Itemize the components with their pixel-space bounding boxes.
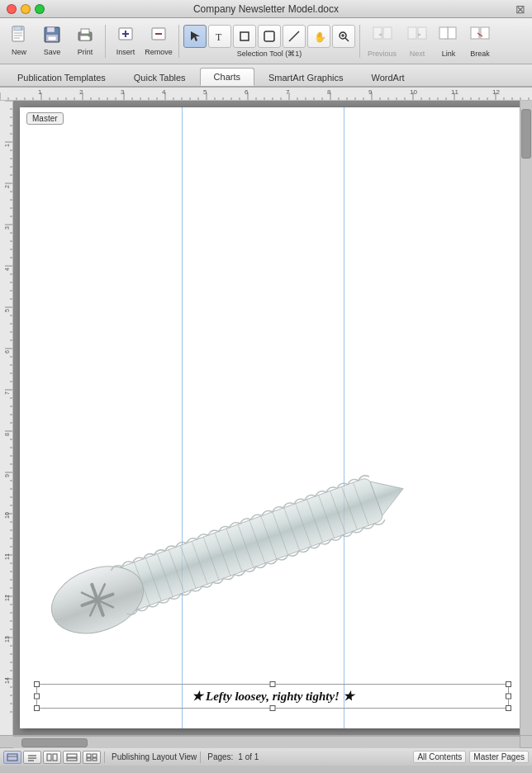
handle-tm[interactable] (270, 681, 276, 687)
next-nav[interactable]: Next (403, 22, 431, 59)
print-icon (76, 26, 94, 46)
text-box[interactable]: ★ Lefty loosey, righty tighty! ★ (36, 684, 509, 709)
previous-nav[interactable]: Previous (364, 22, 400, 59)
svg-rect-22 (264, 31, 274, 41)
handle-tl[interactable] (34, 681, 40, 687)
scroll-thumb[interactable] (521, 109, 531, 159)
window-title: Company Newsletter Model.docx (193, 3, 339, 15)
sep1 (105, 25, 106, 58)
zoom-tool[interactable] (332, 25, 355, 48)
hscroll-corner-right (520, 736, 532, 747)
svg-rect-36 (439, 27, 448, 39)
tab-charts[interactable]: Charts (200, 68, 254, 86)
view-btn-1[interactable] (3, 751, 21, 764)
svg-rect-38 (481, 27, 489, 39)
status-sep2 (200, 752, 201, 763)
view-btn-5[interactable] (83, 751, 101, 764)
svg-text:✋: ✋ (314, 31, 325, 43)
break-nav[interactable]: Break (466, 22, 494, 59)
all-contents-btn[interactable]: All Contents (413, 751, 466, 763)
svg-rect-75 (47, 754, 51, 761)
status-sep1 (104, 752, 105, 763)
handle-ml[interactable] (34, 694, 40, 699)
svg-rect-35 (448, 27, 456, 39)
tab-wordart[interactable]: WordArt (357, 69, 418, 86)
pages-value: 1 of 1 (238, 752, 259, 761)
selection-tools: T (183, 25, 355, 58)
shape-tool[interactable] (258, 25, 281, 48)
previous-label: Previous (368, 50, 397, 58)
svg-rect-11 (81, 29, 89, 34)
window-controls[interactable] (7, 4, 45, 14)
toolbar: New Save Print (0, 18, 532, 64)
view-btn-3[interactable] (43, 751, 61, 764)
master-pages-btn[interactable]: Master Pages (469, 751, 529, 763)
new-icon (10, 26, 28, 46)
new-label: New (12, 48, 26, 56)
screw-svg (30, 386, 485, 697)
view-btn-4[interactable] (63, 751, 81, 764)
hscroll-thumb[interactable] (21, 738, 88, 747)
save-icon (43, 26, 61, 46)
svg-rect-7 (47, 27, 55, 32)
break-icon (469, 24, 491, 49)
svg-rect-81 (87, 758, 91, 761)
title-bar-resize[interactable]: ⊠ (515, 2, 525, 16)
insert-button[interactable]: Insert (110, 21, 141, 61)
handle-mr[interactable] (506, 694, 511, 699)
handle-bm[interactable] (270, 705, 276, 711)
remove-icon (150, 26, 168, 46)
ruler-horizontal (0, 88, 532, 101)
text-box-content: ★ Lefty loosey, righty tighty! ★ (192, 689, 353, 704)
tab-smartart-graphics[interactable]: SmartArt Graphics (254, 69, 357, 86)
new-button[interactable]: New (3, 21, 35, 61)
link-nav[interactable]: Link (435, 22, 463, 59)
svg-rect-29 (373, 27, 382, 39)
view-btn-2[interactable] (23, 751, 41, 764)
pages-label: Pages: (207, 752, 233, 761)
master-label: Master (26, 112, 64, 125)
print-label: Print (78, 48, 93, 56)
handle-br[interactable] (506, 705, 511, 711)
svg-rect-30 (383, 27, 392, 39)
svg-rect-21 (240, 32, 249, 40)
svg-rect-76 (53, 754, 57, 761)
close-button[interactable] (7, 4, 17, 14)
maximize-button[interactable] (35, 4, 45, 14)
document-page: Master (20, 107, 525, 728)
minimize-button[interactable] (21, 4, 31, 14)
sep3 (359, 25, 360, 58)
selection-icons-row: T (183, 25, 355, 48)
remove-button[interactable]: Remove (143, 21, 174, 61)
sep2 (178, 25, 179, 58)
svg-rect-82 (93, 758, 97, 761)
svg-rect-70 (7, 754, 17, 761)
status-right: All Contents Master Pages (413, 751, 529, 763)
svg-line-23 (289, 31, 299, 41)
handle-tr[interactable] (506, 681, 511, 687)
save-button[interactable]: Save (36, 21, 68, 61)
tab-quick-tables[interactable]: Quick Tables (120, 69, 200, 86)
horizontal-scrollbar[interactable] (13, 736, 520, 748)
nav-icons: Previous Next (364, 22, 494, 59)
nav-group: Previous Next (364, 22, 494, 59)
arrow-tool[interactable] (183, 25, 207, 48)
svg-point-13 (88, 35, 91, 37)
document-area[interactable]: Master (13, 101, 532, 735)
screw-image[interactable] (30, 386, 485, 697)
publishing-layout-view-label: Publishing Layout View (112, 752, 197, 761)
hscroll-row (0, 735, 532, 747)
svg-rect-79 (87, 754, 91, 757)
handle-bl[interactable] (34, 705, 40, 711)
svg-line-26 (345, 38, 349, 41)
tab-publication-templates[interactable]: Publication Templates (3, 69, 120, 86)
svg-rect-78 (67, 758, 77, 761)
line-tool[interactable] (283, 25, 306, 48)
ruler-vertical (0, 101, 13, 735)
pan-tool[interactable]: ✋ (307, 25, 330, 48)
remove-label: Remove (145, 48, 173, 56)
text-tool[interactable]: T (208, 25, 231, 48)
print-button[interactable]: Print (69, 21, 101, 61)
crop-tool[interactable] (233, 25, 256, 48)
vertical-scrollbar[interactable] (520, 101, 532, 735)
